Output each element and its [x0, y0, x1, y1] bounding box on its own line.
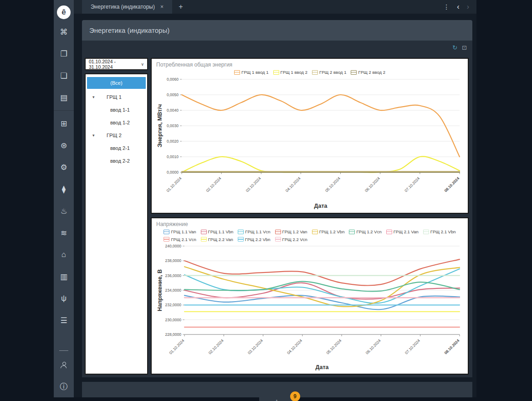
- tree-item[interactable]: (Все): [87, 77, 146, 89]
- pipeline-icon: ≋: [61, 228, 67, 238]
- sidebar-item-document-user-icon[interactable]: ❏: [54, 65, 74, 87]
- tree-item-label: ввод 2-1: [110, 145, 130, 151]
- info-icon: ⓘ: [60, 381, 68, 392]
- voltage-chart: 228,0000230,0000232,0000234,0000236,0000…: [155, 243, 464, 372]
- dashboard-panel: ↻ ⊡ 01.10.2024 - 31.10.2024 ∨ (Все)▾ГРЩ …: [82, 41, 472, 377]
- svg-text:0,0010: 0,0010: [167, 154, 179, 159]
- sidebar-item-report-icon[interactable]: ▤: [54, 87, 74, 108]
- tree-item[interactable]: ▾ГРЩ 1: [86, 91, 147, 103]
- legend-item[interactable]: ГРЩ 2.1 Vbn: [423, 228, 456, 235]
- chart-legend: ГРЩ 1.1 VanГРЩ 1.1 VbnГРЩ 1.1 VcnГРЩ 1.2…: [155, 228, 464, 243]
- svg-text:08.10.2024: 08.10.2024: [443, 338, 460, 355]
- svg-text:01.10.2024: 01.10.2024: [165, 176, 182, 193]
- expander-icon[interactable]: ▾: [92, 133, 95, 138]
- svg-text:0,0000: 0,0000: [167, 170, 179, 175]
- tree-item-label: (Все): [110, 80, 122, 86]
- sidebar-item-document-gear-icon[interactable]: ⚙: [54, 156, 74, 178]
- collapse-chevron-icon: ∧: [275, 398, 278, 401]
- new-tab-button[interactable]: +: [172, 3, 189, 11]
- svg-text:236,0000: 236,0000: [165, 273, 182, 278]
- sidebar-item-ventilation-unit-icon[interactable]: ☰: [54, 309, 74, 331]
- expander-icon[interactable]: ▾: [92, 95, 95, 99]
- kebab-menu-icon[interactable]: ⋮: [443, 3, 450, 10]
- legend-item[interactable]: ГРЩ 2 ввод 2: [351, 69, 385, 76]
- main-column: Энергетика (индикаторы) × + ⋮ ‹ › Энерге…: [74, 0, 476, 397]
- app-logo[interactable]: ê: [54, 0, 74, 21]
- legend-item[interactable]: ГРЩ 1 ввод 2: [273, 69, 307, 76]
- tree-item-label: ввод 1-2: [110, 120, 130, 125]
- legend-item[interactable]: ГРЩ 2.2 Vcn: [275, 236, 307, 243]
- sidebar: ê⌘❐❏▤⊞⊛⚙⧫♨≋⌂▥ψ☰ⓘ: [54, 0, 74, 397]
- legend-item[interactable]: ГРЩ 2.2 Vbn: [238, 236, 271, 243]
- legend-item[interactable]: ГРЩ 1.1 Vbn: [201, 228, 234, 235]
- sidebar-item-info-icon[interactable]: ⓘ: [54, 375, 74, 397]
- tree-item[interactable]: ввод 2-2: [86, 154, 147, 167]
- tab-energy-indicators[interactable]: Энергетика (индикаторы) ×: [82, 0, 172, 14]
- panel-body: 01.10.2024 - 31.10.2024 ∨ (Все)▾ГРЩ 1вво…: [82, 41, 472, 377]
- legend-item[interactable]: ГРЩ 1.1 Vcn: [238, 228, 270, 235]
- svg-text:0,0050: 0,0050: [167, 93, 179, 97]
- svg-text:Энергия, МВт/ч: Энергия, МВт/ч: [157, 104, 163, 147]
- notifications-drawer-handle[interactable]: ∧ 9: [259, 397, 295, 401]
- legend-item[interactable]: ГРЩ 2.2 Van: [201, 236, 233, 243]
- svg-text:230,0000: 230,0000: [165, 318, 182, 322]
- app-window: ê⌘❐❏▤⊞⊛⚙⧫♨≋⌂▥ψ☰ⓘ Энергетика (индикаторы)…: [54, 0, 476, 397]
- branch-icon: ψ: [61, 294, 66, 303]
- legend-item[interactable]: ГРЩ 2 ввод 1: [312, 69, 346, 76]
- tree-item[interactable]: ▾ГРЩ 2: [86, 129, 147, 142]
- svg-text:07.10.2024: 07.10.2024: [404, 338, 421, 355]
- legend-item[interactable]: ГРЩ 1.2 Vcn: [349, 228, 381, 235]
- date-range-select[interactable]: 01.10.2024 - 31.10.2024 ∨: [85, 58, 148, 70]
- tree-item-label: ввод 2-2: [110, 158, 130, 164]
- legend-label: ГРЩ 2.2 Vbn: [245, 236, 271, 243]
- sidebar-item-hierarchy-icon[interactable]: ⌘: [54, 21, 74, 43]
- tree-item[interactable]: ввод 1-2: [86, 116, 147, 129]
- nav-forward-icon[interactable]: ›: [467, 3, 469, 11]
- svg-text:234,0000: 234,0000: [165, 288, 182, 293]
- sidebar-item-branch-icon[interactable]: ψ: [54, 288, 74, 309]
- sidebar-divider: [54, 110, 74, 111]
- logo: ê: [57, 5, 71, 19]
- sidebar-item-user-icon[interactable]: [54, 354, 74, 375]
- sidebar-item-fan-icon[interactable]: ⊛: [54, 134, 74, 156]
- tree-item-label: ГРЩ 1: [107, 94, 122, 100]
- sidebar-item-document-icon[interactable]: ❐: [54, 43, 74, 65]
- legend-item[interactable]: ГРЩ 1.1 Van: [164, 228, 196, 235]
- tab-close-icon[interactable]: ×: [160, 4, 164, 10]
- sidebar-item-elevator-icon[interactable]: ▥: [54, 266, 74, 288]
- energy-chart-panel: Потребленная общая энергия ГРЩ 1 ввод 1Г…: [151, 58, 469, 214]
- legend-item[interactable]: ГРЩ 1.2 Van: [275, 228, 307, 235]
- svg-text:Дата: Дата: [316, 364, 329, 370]
- document-user-icon: ❏: [60, 71, 67, 81]
- legend-item[interactable]: ГРЩ 1.2 Vbn: [312, 228, 345, 235]
- legend-marker: [386, 230, 392, 234]
- legend-label: ГРЩ 2.2 Vcn: [282, 236, 307, 243]
- water-drop-icon: ⧫: [62, 185, 66, 194]
- legend-item[interactable]: ГРЩ 2.1 Vcn: [164, 236, 196, 243]
- legend-label: ГРЩ 1 ввод 2: [281, 69, 307, 76]
- tree-item[interactable]: ввод 1-1: [86, 103, 147, 116]
- notification-badge: 9: [290, 391, 300, 401]
- legend-marker: [423, 230, 429, 234]
- apps-grid-icon: ⊞: [61, 119, 67, 129]
- sidebar-item-apps-grid-icon[interactable]: ⊞: [54, 113, 74, 134]
- legend-item[interactable]: ГРЩ 1 ввод 1: [234, 69, 268, 76]
- display-icon[interactable]: ⊡: [462, 44, 467, 51]
- legend-label: ГРЩ 1.2 Vbn: [319, 228, 345, 235]
- legend-marker: [312, 230, 318, 234]
- refresh-icon[interactable]: ↻: [452, 44, 457, 51]
- legend-marker: [164, 237, 169, 242]
- nav-back-icon[interactable]: ‹: [457, 3, 459, 11]
- legend-marker: [312, 70, 318, 75]
- legend-item[interactable]: ГРЩ 2.1 Van: [386, 228, 419, 235]
- sidebar-item-pipeline-icon[interactable]: ≋: [54, 222, 74, 244]
- chevron-down-icon: ∨: [141, 62, 144, 67]
- tree-item[interactable]: ввод 2-1: [86, 142, 147, 154]
- svg-text:08.10.2024: 08.10.2024: [443, 176, 460, 193]
- legend-marker: [275, 230, 281, 234]
- legend-label: ГРЩ 2.1 Van: [394, 228, 419, 235]
- sidebar-item-temperature-icon[interactable]: ♨: [54, 200, 74, 222]
- sidebar-item-building-icon[interactable]: ⌂: [54, 244, 74, 266]
- sidebar-item-water-drop-icon[interactable]: ⧫: [54, 178, 74, 200]
- legend-marker: [349, 230, 355, 234]
